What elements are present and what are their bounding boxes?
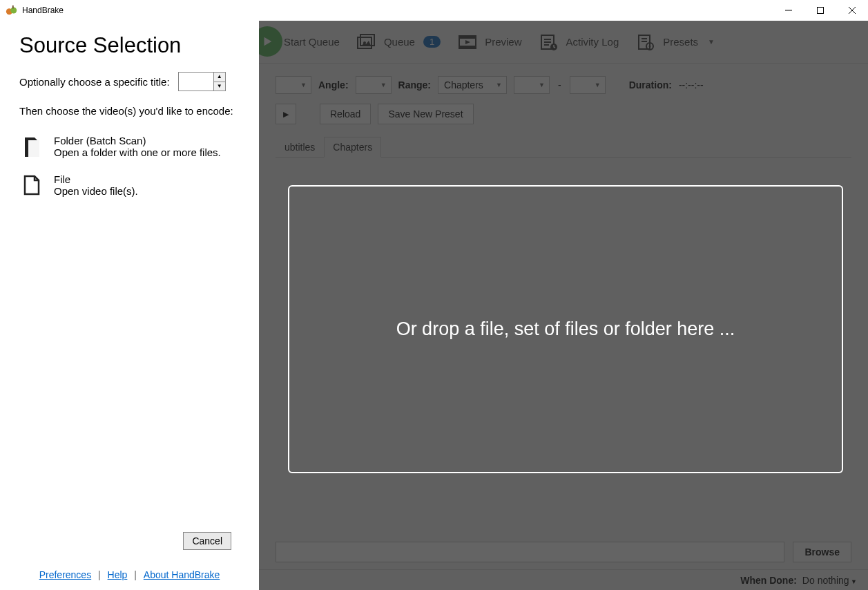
svg-point-1	[10, 8, 17, 14]
file-icon	[19, 175, 44, 196]
angle-label: Angle:	[318, 79, 349, 91]
chevron-down-icon: ▼	[849, 578, 857, 585]
reload-button[interactable]: Reload	[320, 104, 371, 124]
window-title: HandBrake	[22, 6, 64, 15]
save-as-input[interactable]	[276, 542, 784, 562]
range-type-select[interactable]: Chapters▼	[438, 76, 507, 94]
tab-subtitles[interactable]: ubtitles	[276, 137, 324, 158]
choose-hint: Then choose the video(s) you'd like to e…	[19, 104, 240, 118]
range-start-select[interactable]: ▼	[514, 76, 550, 94]
queue-label: Queue	[384, 36, 415, 48]
svg-rect-14	[459, 46, 476, 48]
main-area: Start Queue Queue 1 Preview	[259, 21, 868, 590]
queue-button[interactable]: Queue 1	[349, 28, 447, 57]
panel-heading: Source Selection	[19, 33, 240, 58]
svg-rect-4	[818, 8, 824, 14]
status-bar: When Done: Do nothing ▼	[259, 569, 868, 590]
source-selection-panel: Source Selection Optionally choose a spe…	[0, 21, 259, 590]
svg-marker-8	[264, 37, 272, 46]
activity-log-button[interactable]: Activity Log	[532, 28, 626, 57]
svg-rect-7	[28, 140, 39, 157]
folder-icon	[19, 136, 44, 158]
title-number-input[interactable]	[179, 73, 213, 91]
source-folder-option[interactable]: Folder (Batch Scan) Open a folder with o…	[19, 131, 240, 162]
range-type-value: Chapters	[444, 79, 483, 91]
source-file-option[interactable]: File Open video file(s).	[19, 169, 240, 201]
window-controls	[773, 0, 868, 21]
title-number-spinner[interactable]: ▲ ▼	[178, 72, 226, 91]
title-bar: HandBrake	[0, 0, 868, 21]
activity-label: Activity Log	[566, 36, 619, 48]
range-dash: -	[557, 79, 563, 91]
presets-label: Presets	[663, 36, 698, 48]
preview-button[interactable]: Preview	[450, 28, 528, 57]
preset-menu-arrow[interactable]: ▶	[276, 104, 296, 124]
queue-count-badge: 1	[423, 36, 441, 48]
spinner-up[interactable]: ▲	[214, 73, 225, 82]
preview-icon	[457, 32, 478, 53]
preview-label: Preview	[485, 36, 521, 48]
angle-select[interactable]: ▼	[356, 76, 392, 94]
svg-point-25	[649, 45, 651, 47]
title-select[interactable]: ▼	[276, 76, 311, 94]
footer-links: Preferences | Help | About HandBrake	[19, 569, 240, 583]
browse-button[interactable]: Browse	[793, 542, 851, 562]
presets-icon	[635, 32, 656, 53]
range-end-select[interactable]: ▼	[570, 76, 606, 94]
presets-button[interactable]: Presets ▼	[628, 28, 722, 57]
spinner-down[interactable]: ▼	[214, 82, 225, 91]
title-number-label: Optionally choose a specific title:	[19, 76, 170, 88]
svg-rect-2	[12, 6, 14, 9]
tab-bar: ubtitles Chapters	[276, 137, 851, 158]
duration-value: --:--:--	[679, 79, 704, 91]
help-link[interactable]: Help	[108, 569, 128, 580]
range-label: Range:	[398, 79, 431, 91]
save-new-preset-button[interactable]: Save New Preset	[378, 104, 473, 124]
file-title: File	[54, 173, 138, 185]
maximize-button[interactable]	[804, 0, 836, 21]
svg-marker-15	[465, 40, 470, 44]
close-button[interactable]	[836, 0, 868, 21]
start-queue-button[interactable]: Start Queue	[277, 32, 347, 52]
file-desc: Open video file(s).	[54, 185, 138, 197]
preferences-link[interactable]: Preferences	[39, 569, 91, 580]
main-toolbar: Start Queue Queue 1 Preview	[259, 21, 868, 64]
about-link[interactable]: About HandBrake	[144, 569, 220, 580]
folder-desc: Open a folder with one or more files.	[54, 146, 221, 158]
cancel-button[interactable]: Cancel	[183, 532, 231, 550]
svg-rect-13	[459, 36, 476, 39]
when-done-label: When Done:	[740, 575, 797, 586]
tab-chapters[interactable]: Chapters	[324, 137, 381, 158]
queue-icon	[356, 32, 377, 53]
folder-title: Folder (Batch Scan)	[54, 135, 221, 146]
duration-label: Duration:	[629, 79, 672, 91]
app-icon	[6, 4, 18, 17]
save-as-row: Browse	[259, 535, 868, 569]
activity-icon	[539, 32, 559, 53]
minimize-button[interactable]	[773, 0, 804, 21]
when-done-value[interactable]: Do nothing ▼	[802, 575, 857, 586]
chevron-down-icon: ▼	[708, 38, 715, 46]
start-queue-label: Start Queue	[284, 36, 340, 48]
